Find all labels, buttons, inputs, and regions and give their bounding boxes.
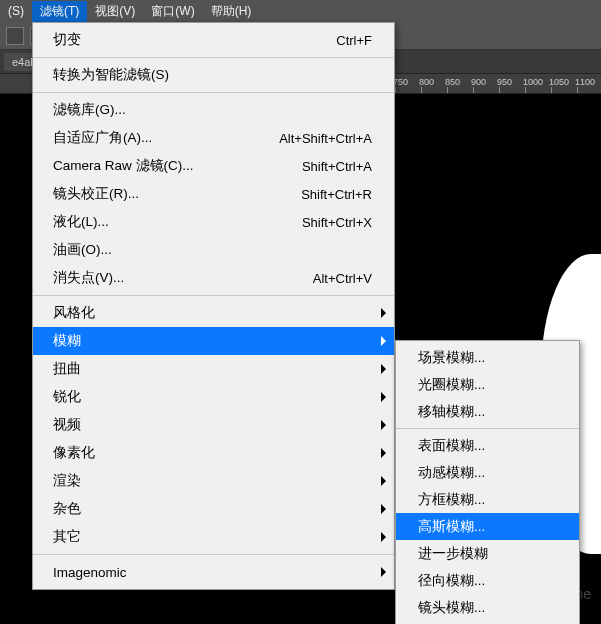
menu-item-label: 扭曲 bbox=[53, 360, 81, 378]
ruler-tick-label: 1050 bbox=[549, 77, 569, 87]
submenu-item[interactable]: 移轴模糊... bbox=[396, 398, 579, 425]
menu-item-label: 液化(L)... bbox=[53, 213, 109, 231]
menu-item-label: 模糊 bbox=[53, 332, 81, 350]
menu-item-label: 转换为智能滤镜(S) bbox=[53, 66, 169, 84]
menu-item-label: Camera Raw 滤镜(C)... bbox=[53, 157, 194, 175]
menu-item-label: 消失点(V)... bbox=[53, 269, 124, 287]
menu-item[interactable]: 渲染 bbox=[33, 467, 394, 495]
menu-item[interactable]: 油画(O)... bbox=[33, 236, 394, 264]
menu-item-shortcut: Shift+Ctrl+X bbox=[302, 215, 372, 230]
menubar-item-filter[interactable]: 滤镜(T) bbox=[32, 1, 87, 22]
menu-item-shortcut: Shift+Ctrl+A bbox=[302, 159, 372, 174]
chevron-right-icon bbox=[381, 364, 386, 374]
menu-item[interactable]: 风格化 bbox=[33, 299, 394, 327]
menu-item-label: 径向模糊... bbox=[418, 572, 485, 590]
menu-item-shortcut: Shift+Ctrl+R bbox=[301, 187, 372, 202]
chevron-right-icon bbox=[381, 448, 386, 458]
menu-item[interactable]: 切变Ctrl+F bbox=[33, 26, 394, 54]
menu-item-label: 进一步模糊 bbox=[418, 545, 488, 563]
menu-item[interactable]: 像素化 bbox=[33, 439, 394, 467]
blur-submenu: 场景模糊...光圈模糊...移轴模糊...表面模糊...动感模糊...方框模糊.… bbox=[395, 340, 580, 624]
chevron-right-icon bbox=[381, 420, 386, 430]
menu-item-label: 场景模糊... bbox=[418, 349, 485, 367]
menu-item-label: 切变 bbox=[53, 31, 81, 49]
filter-menu: 切变Ctrl+F转换为智能滤镜(S)滤镜库(G)...自适应广角(A)...Al… bbox=[32, 22, 395, 590]
menu-item[interactable]: Camera Raw 滤镜(C)...Shift+Ctrl+A bbox=[33, 152, 394, 180]
menu-item[interactable]: 滤镜库(G)... bbox=[33, 96, 394, 124]
ruler-tick-label: 950 bbox=[497, 77, 512, 87]
menu-item[interactable]: 杂色 bbox=[33, 495, 394, 523]
menu-item[interactable]: 视频 bbox=[33, 411, 394, 439]
chevron-right-icon bbox=[381, 504, 386, 514]
menu-item-shortcut: Ctrl+F bbox=[336, 33, 372, 48]
menu-item-label: 自适应广角(A)... bbox=[53, 129, 152, 147]
menu-item-label: 移轴模糊... bbox=[418, 403, 485, 421]
menu-item-label: 方框模糊... bbox=[418, 491, 485, 509]
menu-item[interactable]: 锐化 bbox=[33, 383, 394, 411]
menu-item-shortcut: Alt+Shift+Ctrl+A bbox=[279, 131, 372, 146]
submenu-item[interactable]: 径向模糊... bbox=[396, 567, 579, 594]
menu-item-label: 视频 bbox=[53, 416, 81, 434]
menu-item-label: 镜头模糊... bbox=[418, 599, 485, 617]
submenu-item[interactable]: 光圈模糊... bbox=[396, 371, 579, 398]
chevron-right-icon bbox=[381, 476, 386, 486]
menu-item-label: 滤镜库(G)... bbox=[53, 101, 126, 119]
menu-item-label: 表面模糊... bbox=[418, 437, 485, 455]
chevron-right-icon bbox=[381, 532, 386, 542]
menu-item-label: 风格化 bbox=[53, 304, 95, 322]
chevron-right-icon bbox=[381, 567, 386, 577]
menu-item-label: 渲染 bbox=[53, 472, 81, 490]
menu-item-label: 像素化 bbox=[53, 444, 95, 462]
ruler-tick-label: 1100 bbox=[575, 77, 595, 87]
menu-item-label: 动感模糊... bbox=[418, 464, 485, 482]
menu-item[interactable]: 镜头校正(R)...Shift+Ctrl+R bbox=[33, 180, 394, 208]
chevron-right-icon bbox=[381, 336, 386, 346]
chevron-right-icon bbox=[381, 308, 386, 318]
ruler-tick-label: 800 bbox=[419, 77, 434, 87]
submenu-item[interactable]: 动感模糊... bbox=[396, 459, 579, 486]
menu-item[interactable]: 液化(L)...Shift+Ctrl+X bbox=[33, 208, 394, 236]
menu-item-label: Imagenomic bbox=[53, 565, 127, 580]
menubar-item-s[interactable]: (S) bbox=[0, 2, 32, 20]
menu-item-label: 杂色 bbox=[53, 500, 81, 518]
menubar: (S) 滤镜(T) 视图(V) 窗口(W) 帮助(H) bbox=[0, 0, 601, 22]
menu-item-shortcut: Alt+Ctrl+V bbox=[313, 271, 372, 286]
submenu-item[interactable]: 高斯模糊... bbox=[396, 513, 579, 540]
menu-item-label: 锐化 bbox=[53, 388, 81, 406]
menu-item-label: 光圈模糊... bbox=[418, 376, 485, 394]
menu-item[interactable]: Imagenomic bbox=[33, 558, 394, 586]
menu-item-label: 镜头校正(R)... bbox=[53, 185, 139, 203]
menu-item[interactable]: 消失点(V)...Alt+Ctrl+V bbox=[33, 264, 394, 292]
chevron-right-icon bbox=[381, 392, 386, 402]
menubar-item-window[interactable]: 窗口(W) bbox=[143, 1, 202, 22]
menubar-item-view[interactable]: 视图(V) bbox=[87, 1, 143, 22]
menu-item[interactable]: 转换为智能滤镜(S) bbox=[33, 61, 394, 89]
submenu-item[interactable]: 方框模糊... bbox=[396, 486, 579, 513]
submenu-item[interactable]: 表面模糊... bbox=[396, 432, 579, 459]
tool-icon[interactable] bbox=[6, 27, 24, 45]
ruler-tick-label: 850 bbox=[445, 77, 460, 87]
menu-item[interactable]: 扭曲 bbox=[33, 355, 394, 383]
ruler-tick-label: 750 bbox=[393, 77, 408, 87]
ruler-tick-label: 1000 bbox=[523, 77, 543, 87]
submenu-item[interactable]: 进一步模糊 bbox=[396, 540, 579, 567]
submenu-item[interactable]: 镜头模糊... bbox=[396, 594, 579, 621]
ruler-tick-label: 900 bbox=[471, 77, 486, 87]
menu-item-label: 油画(O)... bbox=[53, 241, 112, 259]
menu-item[interactable]: 自适应广角(A)...Alt+Shift+Ctrl+A bbox=[33, 124, 394, 152]
menu-item[interactable]: 其它 bbox=[33, 523, 394, 551]
submenu-item[interactable]: 场景模糊... bbox=[396, 344, 579, 371]
menu-item[interactable]: 模糊 bbox=[33, 327, 394, 355]
menubar-item-help[interactable]: 帮助(H) bbox=[203, 1, 260, 22]
menu-item-label: 其它 bbox=[53, 528, 81, 546]
menu-item-label: 高斯模糊... bbox=[418, 518, 485, 536]
